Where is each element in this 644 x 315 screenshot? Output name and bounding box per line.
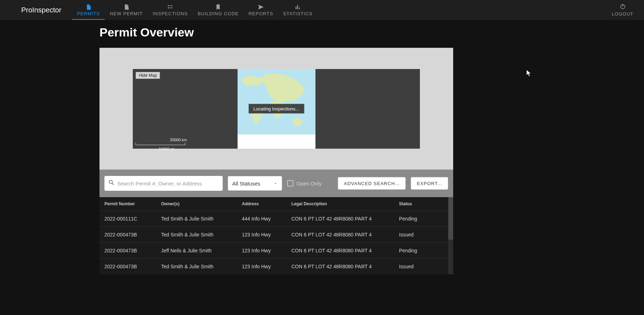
cell-permit-number: 2022-000111C	[104, 216, 161, 222]
map-loading-status: Locating Inspections...	[249, 104, 304, 114]
search-field[interactable]	[104, 176, 223, 191]
cell-legal: CON 6 PT LOT 42 48R8080 PART 4	[291, 216, 399, 222]
tab-inspections[interactable]: INSPECTIONS	[148, 0, 193, 20]
bar-chart-icon	[295, 4, 301, 10]
cell-permit-number: 2022-000473B	[104, 248, 161, 253]
brand: ProInspector	[21, 0, 72, 20]
cell-status: Issued	[399, 264, 441, 269]
logout-button[interactable]: LOGOUT	[608, 0, 637, 20]
tab-reports[interactable]: REPORTS	[244, 0, 278, 20]
col-owners[interactable]: Owner(s)	[161, 201, 242, 206]
tab-label: BUILDING CODE	[198, 11, 239, 16]
cell-status: Pending	[399, 216, 441, 222]
tab-building-code[interactable]: BUILDING CODE	[193, 0, 244, 20]
col-address[interactable]: Address	[242, 201, 291, 206]
cell-owners: Ted Smith & Julie Smith	[161, 216, 242, 222]
table-header-row: Permit Number Owner(s) Address Legal Des…	[99, 197, 448, 211]
cell-address: 123 Info Hwy	[242, 232, 291, 237]
hide-map-button[interactable]: Hide Map	[136, 72, 160, 79]
tab-label: STATISTICS	[283, 11, 313, 16]
document-plus-icon	[123, 4, 130, 10]
cell-permit-number: 2022-000473B	[104, 264, 161, 269]
main-content: Permit Overview Hide Map Locating Inspec	[0, 20, 644, 274]
cell-status: Issued	[399, 232, 441, 237]
cell-status: Pending	[399, 248, 441, 253]
tab-new-permit[interactable]: NEW PERMIT	[105, 0, 148, 20]
scale-km: 20000 km	[170, 138, 187, 142]
cell-address: 444 Info Hwy	[242, 216, 291, 222]
cell-legal: CON 6 PT LOT 42 48R8080 PART 4	[291, 232, 399, 237]
send-icon	[258, 4, 264, 10]
map-canvas[interactable]: Hide Map Locating Inspections... 20000 k…	[133, 69, 420, 149]
bookmark-icon	[215, 4, 221, 10]
map-scale: 20000 km 10000 mi	[136, 143, 185, 145]
tab-label: PERMITS	[77, 11, 100, 16]
tab-permits[interactable]: PERMITS	[72, 0, 105, 20]
table-row[interactable]: 2022-000111C Ted Smith & Julie Smith 444…	[99, 211, 448, 227]
cell-legal: CON 6 PT LOT 42 48R8080 PART 4	[291, 248, 399, 253]
checkbox-box-icon	[287, 180, 293, 187]
search-icon	[108, 179, 117, 188]
table-row[interactable]: 2022-000473B Ted Smith & Julie Smith 123…	[99, 258, 448, 274]
cell-address: 123 Info Hwy	[242, 264, 291, 269]
status-select-value: All Statuses	[232, 181, 260, 187]
advanced-search-button[interactable]: ADVANCED SEARCH...	[338, 177, 406, 190]
open-only-label: Open Only	[296, 181, 322, 187]
cell-address: 123 Info Hwy	[242, 248, 291, 253]
export-button[interactable]: EXPORT...	[411, 177, 448, 190]
tab-label: NEW PERMIT	[110, 11, 143, 16]
scale-mi: 10000 mi	[159, 147, 175, 151]
search-input[interactable]	[117, 181, 219, 187]
topbar: ProInspector PERMITS NEW PERMIT INSPECTI…	[0, 0, 644, 20]
map-panel: Hide Map Locating Inspections... 20000 k…	[99, 48, 453, 170]
col-legal[interactable]: Legal Description	[291, 201, 399, 206]
checklist-icon	[167, 4, 173, 10]
status-select[interactable]: All Statuses	[228, 176, 282, 191]
permits-table: Permit Number Owner(s) Address Legal Des…	[99, 197, 453, 274]
logout-label: LOGOUT	[612, 11, 633, 17]
cell-owners: Ted Smith & Julie Smith	[161, 264, 242, 269]
page-title: Permit Overview	[99, 25, 453, 39]
tab-label: INSPECTIONS	[153, 11, 188, 16]
col-permit-number[interactable]: Permit Number	[104, 201, 161, 206]
document-icon	[85, 4, 92, 10]
power-icon	[620, 3, 626, 11]
open-only-checkbox[interactable]: Open Only	[287, 180, 322, 187]
nav-tabs: PERMITS NEW PERMIT INSPECTIONS BUILDING …	[72, 0, 317, 20]
cell-owners: Ted Smith & Julie Smith	[161, 232, 242, 237]
table-scrollbar[interactable]	[448, 197, 453, 274]
chevron-down-icon	[273, 181, 278, 187]
tab-label: REPORTS	[249, 11, 273, 16]
filter-bar: All Statuses Open Only ADVANCED SEARCH..…	[99, 170, 453, 197]
cell-legal: CON 6 PT LOT 42 48R8080 PART 4	[291, 264, 399, 269]
svg-rect-3	[238, 134, 315, 149]
scrollbar-thumb[interactable]	[448, 197, 453, 240]
table-row[interactable]: 2022-000473B Jeff Neils & Julie Smith 12…	[99, 242, 448, 258]
cell-permit-number: 2022-000473B	[104, 232, 161, 237]
table-row[interactable]: 2022-000473B Ted Smith & Julie Smith 123…	[99, 227, 448, 242]
cell-owners: Jeff Neils & Julie Smith	[161, 248, 242, 253]
col-status[interactable]: Status	[399, 201, 441, 206]
tab-statistics[interactable]: STATISTICS	[278, 0, 318, 20]
